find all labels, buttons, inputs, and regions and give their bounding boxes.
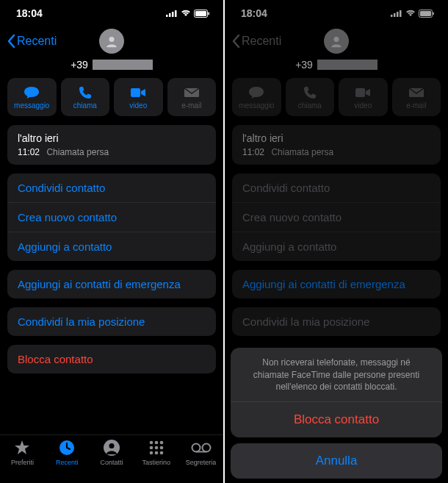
- svg-point-7: [109, 37, 115, 42]
- add-to-contact: Aggiungi a contatto: [232, 232, 441, 261]
- star-icon: [13, 439, 31, 457]
- wifi-icon: [181, 10, 191, 17]
- signal-icon: [166, 10, 178, 17]
- phone-redacted: [317, 60, 377, 70]
- tab-contacts-label: Contatti: [100, 459, 123, 466]
- tab-fav-label: Preferiti: [11, 459, 34, 466]
- avatar[interactable]: [99, 29, 124, 54]
- svg-rect-6: [209, 12, 210, 15]
- create-contact[interactable]: Crea nuovo contatto: [7, 202, 216, 232]
- wifi-icon: [405, 10, 416, 17]
- add-emergency[interactable]: Aggiungi ai contatti di emergenza: [7, 270, 216, 298]
- action-row: messaggio chiama video e-mail: [225, 78, 448, 125]
- emergency-section: Aggiungi ai contatti di emergenza: [7, 270, 216, 298]
- tab-keypad[interactable]: Tastierino: [135, 438, 178, 466]
- svg-point-16: [149, 446, 153, 450]
- voicemail-icon: [191, 443, 212, 453]
- message-icon: [24, 86, 40, 99]
- phone-prefix: +39: [71, 59, 88, 71]
- svg-point-18: [159, 446, 163, 450]
- tab-recent-label: Recenti: [56, 459, 79, 466]
- block-contact[interactable]: Blocca contatto: [7, 345, 216, 373]
- svg-point-17: [154, 446, 158, 450]
- phone-redacted: [93, 60, 153, 70]
- svg-point-14: [154, 441, 158, 445]
- share-location: Condividi la mia posizione: [232, 307, 441, 336]
- back-label: Recenti: [242, 35, 281, 48]
- add-to-contact[interactable]: Aggiungi a contatto: [7, 232, 216, 261]
- person-icon: [329, 34, 344, 49]
- tab-bar: Preferiti Recenti Contatti Tastierino Se…: [0, 434, 223, 483]
- status-icons: [391, 10, 435, 18]
- video-icon: [355, 87, 371, 98]
- svg-rect-26: [394, 13, 396, 17]
- svg-point-13: [149, 441, 153, 445]
- share-location[interactable]: Condividi la mia posizione: [7, 307, 216, 336]
- phone-icon: [79, 86, 92, 99]
- block-section: Blocca contatto: [7, 345, 216, 373]
- call-entry: 11:02 Chiamata persa: [18, 147, 206, 157]
- mail-icon: [184, 87, 200, 98]
- call-time: 11:02: [18, 147, 40, 157]
- call-day: l'altro ieri: [242, 132, 430, 144]
- sheet-card: Non riceverai telefonate, messaggi né ch…: [231, 348, 442, 437]
- tab-keypad-label: Tastierino: [142, 459, 171, 466]
- svg-rect-3: [175, 10, 177, 17]
- person-icon: [104, 34, 119, 49]
- call-type: Chiamata persa: [46, 147, 109, 157]
- screen-left: 18:04 Recenti +39 messaggio chiama vid: [0, 0, 223, 483]
- message-button[interactable]: messaggio: [7, 78, 57, 116]
- email-button: e-mail: [167, 78, 217, 116]
- back-button[interactable]: Recenti: [7, 35, 57, 48]
- svg-point-22: [192, 444, 200, 452]
- email-label: e-mail: [181, 101, 201, 110]
- video-button: video: [339, 78, 388, 116]
- keypad-icon: [148, 440, 165, 456]
- call-button[interactable]: chiama: [61, 78, 110, 116]
- screen-right: 18:04 Recenti +39 messaggio chiama vid: [225, 0, 448, 483]
- sheet-info: Non riceverai telefonate, messaggi né ch…: [231, 348, 442, 402]
- chevron-left-icon: [7, 35, 15, 48]
- svg-rect-28: [400, 10, 402, 17]
- share-contact[interactable]: Condividi contatto: [7, 173, 216, 202]
- svg-rect-27: [397, 12, 399, 17]
- status-icons: [166, 10, 210, 18]
- svg-point-19: [149, 451, 153, 455]
- svg-point-23: [202, 444, 210, 452]
- action-sheet: Non riceverai telefonate, messaggi né ch…: [231, 348, 442, 479]
- video-button[interactable]: video: [114, 78, 163, 116]
- tab-favorites[interactable]: Preferiti: [1, 438, 43, 466]
- battery-icon: [419, 10, 435, 18]
- contact-actions: Condividi contatto Crea nuovo contatto A…: [232, 173, 441, 261]
- call-time: 11:02: [242, 147, 264, 157]
- svg-point-20: [154, 451, 158, 455]
- message-label: messaggio: [14, 101, 49, 110]
- tab-recents[interactable]: Recenti: [46, 438, 88, 466]
- tab-contacts[interactable]: Contatti: [90, 438, 133, 466]
- svg-rect-5: [195, 11, 206, 16]
- back-label: Recenti: [17, 35, 57, 48]
- status-bar: 18:04: [225, 0, 448, 26]
- sheet-block-button[interactable]: Blocca contatto: [231, 402, 442, 437]
- message-button: messaggio: [232, 78, 281, 116]
- svg-point-12: [109, 443, 114, 448]
- status-bar: 18:04: [0, 0, 223, 26]
- location-section: Condividi la mia posizione: [232, 307, 441, 336]
- email-button: e-mail: [392, 78, 441, 116]
- chevron-left-icon: [232, 35, 240, 48]
- svg-rect-31: [433, 12, 435, 15]
- person-circle-icon: [103, 439, 120, 457]
- phone-number: +39: [0, 56, 223, 78]
- call-history: l'altro ieri 11:02 Chiamata persa: [7, 125, 216, 165]
- svg-rect-8: [131, 88, 140, 97]
- call-history: l'altro ieri 11:02 Chiamata persa: [232, 125, 441, 165]
- battery-icon: [194, 10, 210, 18]
- nav-bar: Recenti: [225, 26, 448, 56]
- email-label: e-mail: [406, 101, 426, 110]
- add-emergency: Aggiungi ai contatti di emergenza: [232, 270, 441, 298]
- tab-voicemail[interactable]: Segreteria: [180, 438, 223, 466]
- tab-voicemail-label: Segreteria: [186, 459, 217, 466]
- call-label: chiama: [298, 101, 322, 110]
- clock: 18:04: [241, 7, 267, 19]
- sheet-cancel-button[interactable]: Annulla: [231, 443, 442, 479]
